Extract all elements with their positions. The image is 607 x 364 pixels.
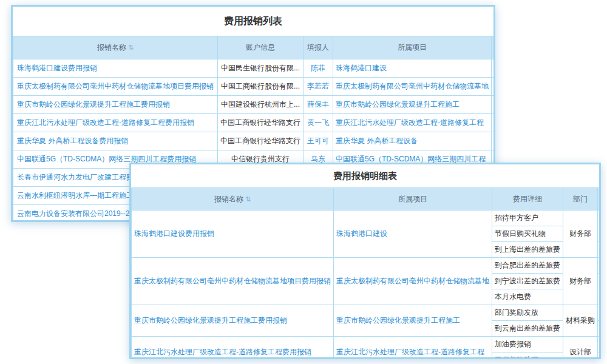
filler-link[interactable]: 李若若 [304, 78, 333, 96]
expense-detail-cell: 节假日购买礼物 [492, 226, 563, 242]
header-row: 报销名称⇅ 所属项目 费用详细 部门 费用金额 本单金额合计 费用科目 填报人 [132, 188, 602, 211]
table-row: 重庆太极制药有限公司亳州中药材仓储物流基地项目费用报销 重庆太极制药有限公司亳州… [132, 258, 602, 274]
account-cell: 中国民生银行股份有限... [218, 59, 304, 78]
dept-cell: 设计部 [492, 114, 496, 132]
account-cell: 中国工商银行经华路支行 [218, 132, 304, 150]
table-row: 重庆江北污水处理厂级改造工程-道路修复工程费用报销 重庆江北污水处理厂级改造工程… [132, 337, 602, 352]
table-row: 珠海鹤港口建设费用报销 中国民生银行股份有限... 陈菲 珠海鹤港口建设 财务部… [13, 59, 496, 78]
account-cell: 中国建设银行杭州市上... [218, 96, 304, 114]
project-link[interactable]: 珠海鹤港口建设 [333, 59, 492, 78]
dept-cell: 财务部 [492, 59, 496, 78]
expense-name-link[interactable]: 重庆市鹅岭公园绿化景观提升工程施工费用报销 [13, 96, 218, 114]
expense-name-link[interactable]: 重庆江北污水处理厂级改造工程-道路修复工程费用报销 [13, 114, 218, 132]
project-link[interactable]: 重庆江北污水处理厂级改造工程-道路修复工程 [334, 337, 492, 359]
account-cell: 中国工商银行股份有限... [218, 78, 304, 96]
table-row: 珠海鹤港口建设费用报销 珠海鹤港口建设 招待甲方客户 财务部 3,453.60 … [132, 211, 602, 226]
expense-amount-cell: 74,564.00 [598, 352, 602, 359]
expense-name-link[interactable]: 重庆太极制药有限公司亳州中药材仓储物流基地项目费用报销 [13, 78, 218, 96]
table-row: 重庆市鹅岭公园绿化景观提升工程施工费用报销 重庆市鹅岭公园绿化景观提升工程施工 … [132, 305, 602, 321]
expense-name-link[interactable]: 珠海鹤港口建设费用报销 [13, 59, 218, 78]
dept-cell: 材料采购 [563, 305, 598, 337]
filler-link[interactable]: 黄一飞 [304, 114, 333, 132]
dept-cell: 财务部 [492, 78, 496, 96]
project-link[interactable]: 重庆太极制药有限公司亳州中药材仓储物流基地 [333, 78, 492, 96]
col-header-dept: 部门 [563, 188, 598, 211]
sort-icon[interactable]: ⇅ [245, 195, 251, 203]
expense-amount-cell: 3,453.60 [598, 211, 602, 226]
expense-name-link[interactable]: 珠海鹤港口建设费用报销 [132, 211, 334, 258]
table-row: 重庆市鹅岭公园绿化景观提升工程施工费用报销 中国建设银行杭州市上... 薛保丰 … [13, 96, 496, 114]
table-row: 重庆太极制药有限公司亳州中药材仓储物流基地项目费用报销 中国工商银行股份有限..… [13, 78, 496, 96]
project-link[interactable]: 重庆市鹅岭公园绿化景观提升工程施工 [333, 96, 492, 114]
dept-cell: 财务部 [563, 211, 598, 258]
expense-detail-cell: 部门奖励发放 [492, 305, 563, 321]
filler-link[interactable]: 王可可 [304, 132, 333, 150]
expense-name-link[interactable]: 重庆江北污水处理厂级改造工程-道路修复工程费用报销 [132, 337, 334, 359]
expense-amount-cell: 6,332.00 [598, 242, 602, 258]
expense-name-link[interactable]: 重庆市鹅岭公园绿化景观提升工程施工费用报销 [132, 305, 334, 337]
dept-cell: 财务部 [492, 132, 496, 150]
col-header-name: 报销名称⇅ [132, 188, 334, 211]
project-link[interactable]: 重庆江北污水处理厂级改造工程-道路修复工程 [333, 114, 492, 132]
expense-amount-cell: 633.00 [598, 226, 602, 242]
expense-name-link[interactable]: 重庆华夏 外高桥工程设备费用报销 [13, 132, 218, 150]
page-title: 费用报销列表 [13, 7, 493, 36]
dept-cell: 财务部 [563, 258, 598, 305]
filler-link[interactable]: 陈菲 [304, 59, 333, 78]
expense-amount-cell: 4,535.65 [598, 289, 602, 305]
sort-icon[interactable]: ⇅ [128, 44, 134, 51]
col-header-detail: 费用详细 [492, 188, 563, 211]
col-header-name: 报销名称⇅ [13, 36, 218, 59]
expense-detail-cell: 加油费报销 [492, 337, 563, 352]
table-row: 重庆江北污水处理厂级改造工程-道路修复工程费用报销 中国工商银行经华路支行 黄一… [13, 114, 496, 132]
filler-link[interactable]: 薛保丰 [304, 96, 333, 114]
project-link[interactable]: 珠海鹤港口建设 [334, 211, 492, 258]
col-header-project: 所属项目 [334, 188, 492, 211]
expense-detail-cell: 招待甲方客户 [492, 211, 563, 226]
expense-detail-panel: 费用报销明细表 报销名称⇅ 所属项目 费用详细 部门 费用金额 本单金额合计 费… [129, 163, 601, 359]
col-header-amount: 费用金额 [598, 188, 602, 211]
expense-amount-cell: 1,453.00 [598, 305, 602, 321]
dept-cell: 材料采购 [492, 96, 496, 114]
expense-detail-cell: 到上海出差的差旅费 [492, 242, 563, 258]
account-cell: 中国工商银行经华路支行 [218, 114, 304, 132]
col-header-filler: 填报人 [304, 36, 333, 59]
col-header-dept: 部门 [492, 36, 496, 59]
dept-cell: 设计部 [563, 337, 598, 359]
col-header-name-label: 报销名称 [214, 195, 243, 203]
expense-amount-cell: 7,656.86 [598, 321, 602, 337]
expense-detail-cell: 工程保险购买 [492, 352, 563, 359]
col-header-account: 账户信息 [218, 36, 304, 59]
project-link[interactable]: 重庆市鹅岭公园绿化景观提升工程施工 [334, 305, 492, 337]
expense-detail-cell: 本月水电费 [492, 289, 563, 305]
expense-amount-cell: 242.00 [598, 337, 602, 352]
table-row: 重庆华夏 外高桥工程设备费用报销 中国工商银行经华路支行 王可可 重庆华夏 外高… [13, 132, 496, 150]
expense-detail-cell: 到宁波出差的差旅费 [492, 274, 563, 289]
expense-detail-cell: 到云南出差的差旅费 [492, 321, 563, 337]
project-link[interactable]: 重庆华夏 外高桥工程设备 [333, 132, 492, 150]
col-header-project: 所属项目 [333, 36, 492, 59]
expense-amount-cell: 7,453.35 [598, 274, 602, 289]
col-header-name-label: 报销名称 [97, 43, 126, 52]
expense-amount-cell: 5,346.35 [598, 258, 602, 274]
page-title: 费用报销明细表 [131, 164, 599, 187]
project-link[interactable]: 重庆太极制药有限公司亳州中药材仓储物流基地 [334, 258, 492, 305]
expense-detail-table: 报销名称⇅ 所属项目 费用详细 部门 费用金额 本单金额合计 费用科目 填报人 … [131, 187, 601, 359]
expense-detail-cell: 到合肥出差的差旅费 [492, 258, 563, 274]
header-row: 报销名称⇅ 账户信息 填报人 所属项目 部门 本次报销金额 流程状态 [13, 36, 496, 59]
expense-name-link[interactable]: 重庆太极制药有限公司亳州中药材仓储物流基地项目费用报销 [132, 258, 334, 305]
